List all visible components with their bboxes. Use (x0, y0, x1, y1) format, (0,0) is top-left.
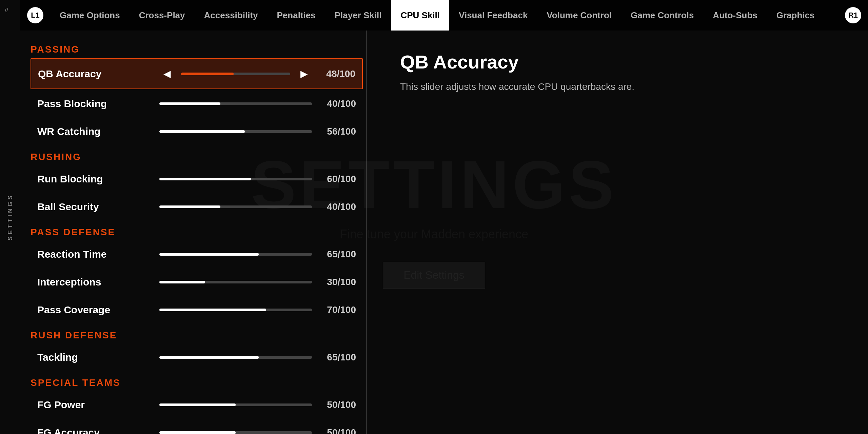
right-panel: QB Accuracy This slider adjusts how accu… (373, 31, 868, 434)
section-header-rushing: RUSHING (31, 152, 363, 162)
slider-fill-fg-power (159, 403, 236, 406)
slider-label-interceptions: Interceptions (37, 276, 159, 288)
slider-area-pass-blocking: 40/100 (159, 98, 356, 109)
slider-label-run-blocking: Run Blocking (37, 173, 159, 185)
slider-value-ball-security: 40/100 (319, 201, 356, 212)
slider-fill-interceptions (159, 281, 205, 283)
slider-label-wr-catching: WR Catching (37, 126, 159, 137)
slider-label-ball-security: Ball Security (37, 201, 159, 213)
panel-divider (366, 31, 367, 434)
slider-area-run-blocking: 60/100 (159, 174, 356, 184)
slider-track-pass-blocking (159, 102, 312, 105)
nav-item-visual-feedback[interactable]: Visual Feedback (449, 0, 537, 31)
section-header-special-teams: Special Teams (31, 377, 363, 388)
nav-item-cpu-skill[interactable]: CPU Skill (391, 0, 449, 31)
slider-row-pass-coverage[interactable]: Pass Coverage 70/100 (31, 297, 363, 323)
slider-track-reaction-time (159, 253, 312, 256)
slider-value-run-blocking: 60/100 (319, 174, 356, 184)
slider-row-reaction-time[interactable]: Reaction Time 65/100 (31, 241, 363, 268)
slider-label-fg-power: FG Power (37, 399, 159, 411)
slider-value-fg-power: 50/100 (319, 399, 356, 410)
slider-area-pass-coverage: 70/100 (159, 304, 356, 315)
slider-fill-tackling (159, 356, 259, 359)
slider-fill-qb-accuracy (181, 73, 234, 75)
nav-item-game-options[interactable]: Game Options (50, 0, 130, 31)
nav-item-accessibility[interactable]: Accessibility (195, 0, 268, 31)
nav-item-auto-subs[interactable]: Auto-Subs (703, 0, 767, 31)
section-header-pass-defense: PASS DEFENSE (31, 227, 363, 238)
slider-row-wr-catching[interactable]: WR Catching 56/100 (31, 118, 363, 145)
slider-track-fg-accuracy (159, 431, 312, 434)
slider-area-fg-power: 50/100 (159, 399, 356, 410)
arrow-left-qb-accuracy[interactable]: ◀ (160, 66, 174, 81)
slider-track-fg-power (159, 403, 312, 406)
slider-area-ball-security: 40/100 (159, 201, 356, 212)
nav-item-graphics[interactable]: Graphics (767, 0, 824, 31)
slider-value-pass-blocking: 40/100 (319, 98, 356, 109)
right-panel-description: This slider adjusts how accurate CPU qua… (400, 80, 841, 94)
slider-row-pass-blocking[interactable]: Pass Blocking 40/100 (31, 91, 363, 117)
slider-row-ball-security[interactable]: Ball Security 40/100 (31, 194, 363, 220)
slider-track-pass-coverage (159, 309, 312, 311)
nav-bar: L1 Game OptionsCross-PlayAccessibilityPe… (20, 0, 868, 31)
arrow-right-qb-accuracy[interactable]: ▶ (297, 66, 311, 81)
slider-track-qb-accuracy (181, 73, 290, 75)
slider-label-pass-coverage: Pass Coverage (37, 304, 159, 316)
slider-label-fg-accuracy: FG Accuracy (37, 427, 159, 434)
slider-row-run-blocking[interactable]: Run Blocking 60/100 (31, 166, 363, 192)
slider-track-tackling (159, 356, 312, 359)
slider-value-fg-accuracy: 50/100 (319, 427, 356, 434)
slider-label-pass-blocking: Pass Blocking (37, 98, 159, 110)
slider-fill-reaction-time (159, 253, 259, 256)
slider-row-qb-accuracy[interactable]: QB Accuracy ◀ ▶ 48/100 (31, 58, 363, 89)
slider-row-tackling[interactable]: Tackling 65/100 (31, 344, 363, 371)
main-content: PASSING QB Accuracy ◀ ▶ 48/100 Pass Bloc… (20, 31, 373, 434)
slider-value-wr-catching: 56/100 (319, 126, 356, 137)
slider-label-reaction-time: Reaction Time (37, 249, 159, 260)
slider-area-interceptions: 30/100 (159, 277, 356, 288)
slider-value-reaction-time: 65/100 (319, 249, 356, 260)
nav-item-volume-control[interactable]: Volume Control (537, 0, 621, 31)
slider-track-ball-security (159, 205, 312, 208)
slider-value-pass-coverage: 70/100 (319, 304, 356, 315)
nav-item-game-controls[interactable]: Game Controls (621, 0, 703, 31)
slider-row-fg-accuracy[interactable]: FG Accuracy 50/100 (31, 419, 363, 434)
slider-label-tackling: Tackling (37, 352, 159, 363)
nav-item-penalties[interactable]: Penalties (268, 0, 325, 31)
nav-item-player-skill[interactable]: Player Skill (325, 0, 391, 31)
slider-value-interceptions: 30/100 (319, 277, 356, 288)
l1-badge[interactable]: L1 (27, 7, 43, 23)
slider-label-qb-accuracy: QB Accuracy (38, 68, 160, 80)
section-header-passing: PASSING (31, 44, 363, 55)
slider-area-reaction-time: 65/100 (159, 249, 356, 260)
slider-area-qb-accuracy: ◀ ▶ 48/100 (160, 66, 355, 81)
slider-value-tackling: 65/100 (319, 352, 356, 363)
slider-fill-ball-security (159, 205, 220, 208)
slider-track-interceptions (159, 281, 312, 283)
slider-track-wr-catching (159, 130, 312, 133)
slider-fill-wr-catching (159, 130, 245, 133)
slider-track-run-blocking (159, 178, 312, 180)
slider-fill-fg-accuracy (159, 431, 236, 434)
slider-area-wr-catching: 56/100 (159, 126, 356, 137)
nav-item-cross-play[interactable]: Cross-Play (130, 0, 195, 31)
section-header-rush-defense: RUSH DEFENSE (31, 330, 363, 341)
r1-badge[interactable]: R1 (845, 7, 861, 23)
slider-row-fg-power[interactable]: FG Power 50/100 (31, 392, 363, 418)
slider-area-tackling: 65/100 (159, 352, 356, 363)
slider-value-qb-accuracy: 48/100 (318, 68, 355, 79)
slider-fill-pass-coverage (159, 309, 266, 311)
slider-row-interceptions[interactable]: Interceptions 30/100 (31, 269, 363, 295)
slider-fill-pass-blocking (159, 102, 220, 105)
slider-fill-run-blocking (159, 178, 251, 180)
right-panel-title: QB Accuracy (400, 51, 841, 73)
vertical-settings-label: SETTINGS (0, 0, 20, 434)
slider-area-fg-accuracy: 50/100 (159, 427, 356, 434)
